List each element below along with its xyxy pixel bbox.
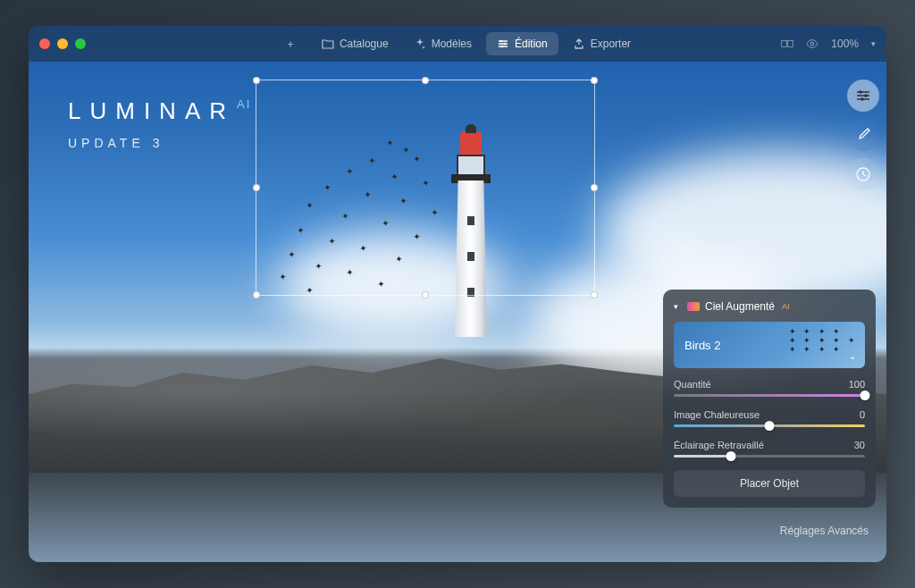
slider-warmth[interactable]: Image Chaleureuse 0 (674, 409, 865, 427)
compare-icon[interactable] (781, 38, 793, 50)
sliders-icon (855, 88, 871, 104)
chevron-down-icon: ▾ (674, 302, 678, 311)
svg-point-1 (504, 43, 507, 46)
preset-name: Birds 2 (684, 339, 720, 352)
slider-quantity[interactable]: Quantité 100 (674, 379, 865, 397)
clock-icon (855, 166, 871, 182)
selection-handle-bl[interactable] (253, 291, 260, 298)
slider-track[interactable] (674, 455, 865, 458)
svg-point-2 (501, 46, 504, 48)
preset-thumbnail-birds: ✦ ✦ ✦ ✦✦ ✦ ✦ ✦ ✦ ✦ ✦ ✦ ✦ (789, 327, 858, 354)
ai-badge: AI (782, 302, 790, 311)
selection-handle-tl[interactable] (253, 77, 260, 84)
tool-brush[interactable] (847, 119, 879, 151)
selection-handle-tm[interactable] (422, 77, 429, 84)
maximize-window-button[interactable] (75, 38, 86, 49)
selection-handle-bm[interactable] (422, 291, 429, 298)
selection-handle-mr[interactable] (591, 184, 598, 191)
chevron-down-icon[interactable]: ▾ (871, 39, 876, 48)
slider-thumb[interactable] (765, 421, 775, 431)
tool-history[interactable] (847, 158, 879, 190)
brush-icon (855, 127, 871, 143)
slider-track[interactable] (674, 394, 865, 397)
plus-icon: ＋ (284, 38, 297, 50)
tool-edit[interactable] (847, 80, 879, 112)
slider-value: 0 (860, 409, 865, 420)
slider-label: Quantité (674, 379, 711, 390)
preset-selector[interactable]: Birds 2 ✦ ✦ ✦ ✦✦ ✦ ✦ ✦ ✦ ✦ ✦ ✦ ✦ ⌄ (674, 322, 865, 368)
nav-right: 100% ▾ (781, 38, 876, 50)
svg-point-7 (864, 94, 868, 97)
svg-rect-4 (788, 41, 793, 47)
brand-subtitle: UPDATE 3 (68, 136, 251, 150)
svg-point-8 (860, 97, 864, 101)
selection-handle-tr[interactable] (591, 77, 598, 84)
close-window-button[interactable] (39, 38, 50, 49)
nav-catalogue[interactable]: Catalogue (311, 32, 399, 55)
slider-value: 30 (854, 440, 865, 450)
selection-box[interactable] (256, 80, 595, 296)
selection-handle-ml[interactable] (253, 184, 260, 191)
selection-handle-br[interactable] (591, 291, 598, 298)
augmented-sky-icon (687, 302, 700, 311)
nav-modeles[interactable]: Modèles (403, 32, 483, 55)
nav-edition[interactable]: Édition (486, 32, 558, 55)
minimize-window-button[interactable] (57, 38, 68, 49)
traffic-lights (39, 38, 86, 49)
nav-exporter[interactable]: Exporter (562, 32, 642, 55)
zoom-level[interactable]: 100% (831, 38, 859, 50)
nav-modeles-label: Modèles (432, 38, 472, 50)
slider-label: Éclairage Retravaillé (674, 440, 764, 450)
slider-track[interactable] (674, 424, 865, 427)
export-icon (573, 38, 585, 50)
svg-point-5 (811, 42, 815, 46)
vertical-toolbar (847, 80, 879, 190)
chevron-down-icon: ⌄ (849, 351, 856, 361)
brand-ai-badge: AI (237, 97, 251, 111)
augmented-sky-panel: ▾ Ciel Augmenté AI Birds 2 ✦ ✦ ✦ ✦✦ ✦ ✦ … (663, 290, 876, 508)
slider-relight[interactable]: Éclairage Retravaillé 30 (674, 440, 865, 458)
slider-thumb[interactable] (726, 451, 736, 461)
nav-exporter-label: Exporter (591, 38, 631, 50)
nav-catalogue-label: Catalogue (340, 38, 389, 50)
titlebar: ＋ Catalogue Modèles Édition (29, 26, 886, 62)
brand-overlay: LUMINAR AI UPDATE 3 (68, 97, 251, 150)
add-button[interactable]: ＋ (273, 32, 307, 55)
svg-point-6 (859, 90, 862, 94)
place-object-button[interactable]: Placer Objet (674, 470, 865, 497)
advanced-settings-link[interactable]: Réglages Avancés (780, 525, 869, 537)
advanced-settings-label: Réglages Avancés (780, 525, 869, 537)
slider-label: Image Chaleureuse (674, 409, 760, 420)
eye-icon[interactable] (806, 38, 818, 50)
place-object-label: Placer Objet (740, 477, 799, 490)
folder-icon (322, 38, 334, 50)
panel-header[interactable]: ▾ Ciel Augmenté AI (674, 300, 865, 313)
svg-point-0 (500, 40, 503, 43)
app-window: ✦✦ ✦✦ ✦✦ ✦✦ ✦✦ ✦✦ ✦✦ ✦✦ ✦✦ ✦✦ ✦✦ ✦✦ ✦ (29, 26, 886, 562)
sparkle-icon (414, 38, 426, 50)
nav-edition-label: Édition (515, 38, 548, 50)
brand-title-text: LUMINAR (68, 97, 235, 125)
slider-thumb[interactable] (860, 391, 870, 400)
nav-center: ＋ Catalogue Modèles Édition (273, 32, 642, 55)
sliders-icon (497, 38, 509, 50)
panel-title: Ciel Augmenté (705, 300, 775, 313)
svg-rect-3 (782, 41, 787, 47)
slider-value: 100 (849, 379, 865, 390)
